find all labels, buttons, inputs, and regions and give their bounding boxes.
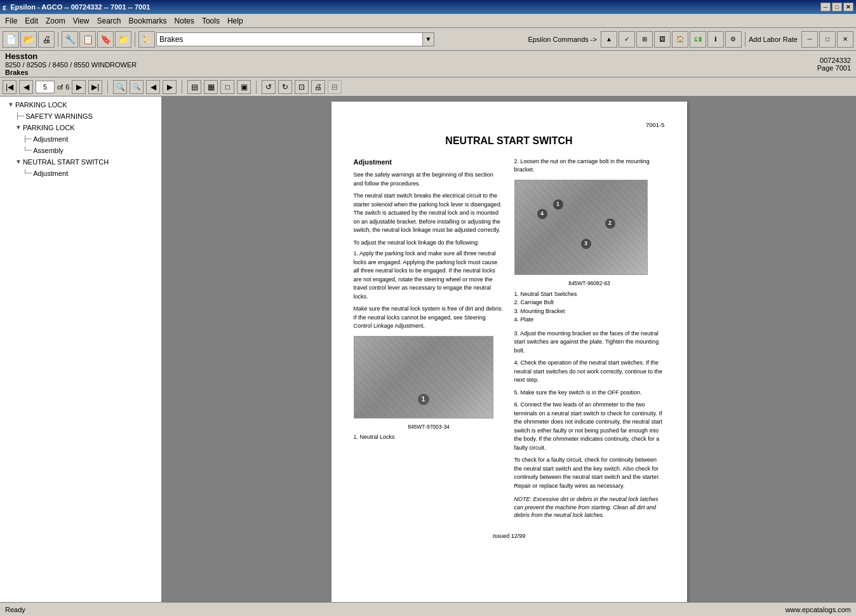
expand-icon: ▼	[8, 99, 14, 110]
cmd-btn1[interactable]: ▲	[601, 31, 617, 48]
view-option3[interactable]: □	[220, 80, 234, 94]
img1-caption: 845WT-97003-34	[354, 424, 504, 431]
tree-item-adjustment1[interactable]: ├─ Adjustment	[3, 133, 159, 145]
epsilon-commands-label: Epsilon Commands ->	[528, 36, 597, 43]
right-para4: To check for a faulty circuit, check for…	[514, 456, 665, 490]
extra-nav[interactable]: ⊟	[328, 80, 342, 94]
btn-d[interactable]: 📁	[115, 31, 131, 48]
cmd-btn3[interactable]: ⊞	[636, 31, 653, 48]
expand-icon-sw: ├─	[15, 110, 24, 122]
page-number-input[interactable]	[36, 81, 55, 93]
last-page-button[interactable]: ▶|	[88, 80, 102, 94]
menu-bookmarks[interactable]: Bookmarks	[125, 14, 171, 27]
menu-tools[interactable]: Tools	[198, 14, 224, 27]
cmd-btn4[interactable]: 🖼	[654, 31, 671, 48]
document-area[interactable]: 7001-5 NEUTRAL START SWITCH Adjustment S…	[162, 97, 856, 602]
rotate-right[interactable]: ↻	[278, 80, 292, 94]
nav-sep1	[107, 81, 108, 93]
dropdown-value: Brakes	[159, 35, 183, 44]
doc-col-left: Adjustment See the safety warnings at th…	[354, 157, 504, 519]
tree-item-neutral-start-switch[interactable]: ▼ NEUTRAL START SWITCH	[3, 156, 159, 168]
title-bar: ε Epsilon - AGCO -- 00724332 -- 7001 -- …	[0, 0, 856, 14]
cmd-btn8[interactable]: ⚙	[725, 31, 742, 48]
btn-c[interactable]: 🔖	[97, 31, 114, 48]
print-button[interactable]: 🖨	[38, 31, 55, 48]
topic-dropdown[interactable]: Brakes	[156, 32, 423, 46]
right-step6: 6. Connect the two leads of an ohmmeter …	[514, 401, 665, 452]
toolbar-row1: 📄 📂 🖨 🔧 📋 🔖 📁 📜 Brakes ▼ Epsilon Command…	[0, 28, 856, 51]
back-button[interactable]: ◀	[146, 80, 160, 94]
model-name: 8250 / 8250S / 8450 / 8550 WINDROWER	[5, 61, 137, 69]
main-area: ▼ PARKING LOCK ├─ SAFETY WARNINGS ▼ PARK…	[0, 97, 856, 602]
list-item-3: 3. Mounting Bracket	[514, 307, 665, 316]
nav-bar: |◀ ◀ of 6 ▶ ▶| 🔍 🔍 ◀ ▶ ▤ ▦ □ ▣ ↺ ↻ ⊡ 🖨 ⊟	[0, 77, 856, 97]
btn-a[interactable]: 🔧	[62, 31, 78, 48]
cmd-btn7[interactable]: ℹ	[707, 31, 724, 48]
page-number: 7001-5	[354, 121, 665, 129]
tree-item-adjustment2[interactable]: └─ Adjustment	[3, 168, 159, 179]
intro-text: See the safety warnings at the beginning…	[354, 171, 504, 188]
img2-caption: 845WT-96082-63	[514, 280, 665, 288]
expand-icon-adj1: ├─	[23, 133, 32, 145]
dropdown-arrow[interactable]: ▼	[423, 32, 434, 46]
img2-list: 1. Neutral Start Switches 2. Carriage Bo…	[514, 290, 665, 325]
menu-view[interactable]: View	[69, 14, 93, 27]
cmd-btn5[interactable]: 🏠	[672, 31, 688, 48]
view-single[interactable]: ▤	[187, 80, 201, 94]
open-button[interactable]: 📂	[20, 31, 37, 48]
menu-zoom[interactable]: Zoom	[42, 14, 69, 27]
para3-text: Make sure the neutral lock system is fre…	[354, 305, 504, 331]
page-of: of	[57, 83, 63, 91]
forward-button[interactable]: ▶	[163, 80, 177, 94]
cmd-btn6[interactable]: 💵	[690, 31, 706, 48]
labor-btn1[interactable]: ─	[801, 31, 818, 48]
expand-icon-pl: ▼	[15, 122, 22, 133]
para1-text: The neutral start switch breaks the elec…	[354, 192, 504, 235]
labor-btn2[interactable]: □	[819, 31, 836, 48]
menu-search[interactable]: Search	[93, 14, 125, 27]
minimize-button[interactable]: ─	[820, 3, 831, 11]
prev-page-button[interactable]: ◀	[19, 80, 33, 94]
rotate-left[interactable]: ↺	[262, 80, 276, 94]
status-bar: Ready www.epcatalogs.com	[0, 602, 856, 616]
menu-edit[interactable]: Edit	[21, 14, 42, 27]
cmd-btn2[interactable]: ✓	[619, 31, 635, 48]
btn-b[interactable]: 📋	[79, 31, 96, 48]
new-button[interactable]: 📄	[3, 31, 19, 48]
next-page-button[interactable]: ▶	[72, 80, 86, 94]
tree-item-parking-lock-root[interactable]: ▼ PARKING LOCK	[3, 99, 159, 110]
btn-e[interactable]: 📜	[138, 31, 155, 48]
app-icon: ε	[3, 3, 6, 12]
close-button[interactable]: ✕	[843, 3, 853, 11]
image-neutral-locks: 1	[354, 336, 493, 418]
doc-title: NEUTRAL START SWITCH	[354, 134, 665, 148]
left-panel: ▼ PARKING LOCK ├─ SAFETY WARNINGS ▼ PARK…	[0, 97, 162, 602]
menu-notes[interactable]: Notes	[171, 14, 198, 27]
info-left: Hesston 8250 / 8250S / 8450 / 8550 WINDR…	[5, 51, 137, 76]
tree-label-safety-warnings: SAFETY WARNINGS	[25, 110, 93, 122]
sep1	[58, 32, 58, 47]
total-pages: 6	[65, 83, 69, 91]
window-controls: ─ □ ✕	[820, 3, 853, 11]
issued-date: Issued 12/99	[354, 532, 665, 540]
menu-help[interactable]: Help	[224, 14, 247, 27]
view-double[interactable]: ▦	[204, 80, 218, 94]
menu-bar: File Edit Zoom View Search Bookmarks Not…	[0, 14, 856, 28]
tree-item-parking-lock[interactable]: ▼ PARKING LOCK	[3, 122, 159, 133]
menu-file[interactable]: File	[1, 14, 21, 27]
fit-page[interactable]: ⊡	[295, 80, 309, 94]
status-text: Ready	[5, 606, 25, 613]
zoom-out-button[interactable]: 🔍	[130, 80, 144, 94]
tree-item-safety-warnings[interactable]: ├─ SAFETY WARNINGS	[3, 110, 159, 122]
right-step2: 2. Loosen the nut on the carriage bolt i…	[514, 157, 665, 175]
labor-btn3[interactable]: ✕	[837, 31, 853, 48]
tree-item-assembly[interactable]: └─ Assembly	[3, 145, 159, 156]
view-option4[interactable]: ▣	[237, 80, 251, 94]
right-step4: 4. Check the operation of the neutral st…	[514, 359, 665, 385]
zoom-in-button[interactable]: 🔍	[113, 80, 127, 94]
first-page-button[interactable]: |◀	[3, 80, 17, 94]
info-bar: Hesston 8250 / 8250S / 8450 / 8550 WINDR…	[0, 51, 856, 77]
print-nav[interactable]: 🖨	[311, 80, 325, 94]
maximize-button[interactable]: □	[832, 3, 842, 11]
nav-sep3	[256, 81, 257, 93]
